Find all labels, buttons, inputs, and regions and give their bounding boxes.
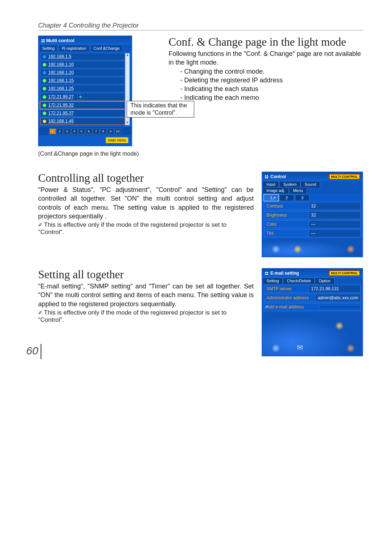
figure-caption: (Conf.&Change page in the light mode) bbox=[38, 151, 139, 157]
row-label: Brightness bbox=[264, 212, 309, 219]
glow-icon bbox=[335, 321, 344, 330]
section2-body: "Power & Status", "PC adjustment", "Cont… bbox=[38, 185, 254, 221]
tab-image-adj[interactable]: Image adj. bbox=[262, 187, 289, 193]
tab-bar: Setting Pj registration Conf.&Change bbox=[39, 45, 131, 52]
main-menu-button[interactable]: main menu bbox=[106, 137, 128, 143]
section1-item: - Indicating the each memo bbox=[180, 93, 363, 102]
note-icon: ✐ bbox=[38, 310, 42, 316]
table-row[interactable]: Contrast32 bbox=[264, 202, 361, 210]
window-title: Multi control bbox=[39, 36, 131, 45]
tab-setting[interactable]: Setting bbox=[39, 45, 58, 52]
page-number-divider bbox=[40, 344, 42, 359]
table-row[interactable]: Administrator addressadmin@abc.xxx.com bbox=[264, 294, 361, 302]
tab-setting[interactable]: Setting bbox=[262, 278, 283, 284]
list-item[interactable]: 192.168.1.5 bbox=[40, 53, 125, 60]
ip-text: 192.168.1.25 bbox=[48, 86, 74, 91]
pager-6[interactable]: 6 bbox=[86, 128, 92, 134]
section1-item: - Indicating the each status bbox=[180, 85, 363, 93]
multi-control-badge: MULTI CONTROL bbox=[329, 270, 360, 276]
pager: 1 2 3 4 5 6 7 8 9 10 bbox=[39, 127, 131, 135]
row-label: SMTP server bbox=[264, 285, 309, 292]
tab-menu[interactable]: Menu bbox=[289, 187, 307, 193]
tab-option[interactable]: Option bbox=[315, 278, 334, 284]
section-title-controlling: Controlling all together bbox=[38, 172, 254, 185]
pager-10[interactable]: 10 bbox=[115, 128, 121, 134]
status-dot bbox=[43, 112, 46, 115]
row-value: --- bbox=[309, 221, 360, 228]
glow-icon bbox=[346, 245, 355, 254]
subset-tab-1[interactable]: 1 bbox=[264, 194, 278, 201]
pager-3[interactable]: 3 bbox=[64, 128, 70, 134]
row-value: 32 bbox=[309, 212, 360, 219]
ip-text: 172.21.95.27 bbox=[48, 94, 74, 99]
glow-icon bbox=[346, 344, 355, 353]
section1-item: - Changing the control mode. bbox=[180, 67, 363, 76]
pager-5[interactable]: 5 bbox=[78, 128, 85, 134]
status-dot bbox=[43, 104, 46, 107]
row-label: Administrator address bbox=[264, 294, 315, 301]
row-value: 32 bbox=[309, 202, 360, 210]
scroll-up-button[interactable]: ▲ bbox=[125, 53, 130, 58]
tab-sound[interactable]: Sound bbox=[301, 181, 320, 187]
multi-control-window: Multi control Setting Pj registration Co… bbox=[38, 36, 132, 146]
list-item[interactable]: 192.168.1.15 bbox=[40, 77, 125, 84]
list-item-selected[interactable]: 172.21.95.32 bbox=[40, 102, 125, 109]
tab-check-delete[interactable]: Check/Delete bbox=[283, 278, 315, 284]
pager-2[interactable]: 2 bbox=[57, 128, 63, 134]
table-row[interactable]: Tint--- bbox=[264, 229, 361, 237]
list-item[interactable]: 192.168.1.20 bbox=[40, 69, 125, 76]
pager-4[interactable]: 4 bbox=[71, 128, 78, 134]
table-row[interactable]: Add e-mail address bbox=[264, 303, 361, 311]
list-item[interactable]: 192.168.1.10 bbox=[40, 61, 125, 68]
tab-pj-registration[interactable]: Pj registration bbox=[58, 45, 89, 52]
section2-note: ✐This is effective only if the mode of t… bbox=[38, 221, 254, 236]
row-label: Color bbox=[264, 221, 309, 228]
row-value: 172.21.96.131 bbox=[309, 285, 360, 292]
row-label: Tint bbox=[264, 230, 309, 237]
status-dot bbox=[43, 95, 46, 99]
list-item[interactable]: 192.168.1.45 bbox=[40, 118, 125, 125]
app-icon bbox=[265, 175, 268, 178]
table-row[interactable]: SMTP server172.21.96.131 bbox=[264, 285, 361, 293]
section3-body: "E-mail setting", "SNMP setting" and "Ti… bbox=[38, 282, 254, 308]
row-value bbox=[319, 306, 360, 308]
ip-text: 192.168.1.20 bbox=[48, 70, 74, 75]
ip-text: 172.21.95.37 bbox=[48, 111, 74, 116]
tab-input[interactable]: Input bbox=[262, 181, 279, 187]
ip-text: 192.168.1.5 bbox=[48, 54, 71, 59]
panel-title-text: Control bbox=[270, 174, 286, 179]
row-value: admin@abc.xxx.com bbox=[315, 294, 360, 301]
section-title-conf-change: Conf. & Change page in the light mode bbox=[169, 36, 363, 49]
pager-9[interactable]: 9 bbox=[107, 128, 114, 134]
glow-icon bbox=[271, 245, 280, 254]
tab-conf-change[interactable]: Conf.&Change bbox=[90, 45, 123, 52]
pager-7[interactable]: 7 bbox=[93, 128, 99, 134]
panel-footer: ✉ bbox=[262, 312, 362, 356]
list-item[interactable]: 192.168.1.25 bbox=[40, 85, 125, 92]
status-dot bbox=[43, 79, 46, 82]
list-item[interactable]: 172.21.95.37 bbox=[40, 110, 125, 117]
section1-body: Following functions in the "Conf. & Chan… bbox=[169, 49, 363, 67]
pager-8[interactable]: 8 bbox=[100, 128, 107, 134]
page-number-text: 60 bbox=[26, 345, 38, 357]
ip-text: 192.168.1.10 bbox=[48, 62, 74, 67]
row-label: Add e-mail address bbox=[264, 303, 319, 311]
row-label: Contrast bbox=[264, 202, 309, 210]
list-item[interactable]: 172.21.95.27✥ bbox=[40, 93, 125, 101]
multi-control-badge: MULTI CONTROL bbox=[329, 174, 360, 180]
subset-tab-2[interactable]: 2 bbox=[279, 194, 294, 201]
row-value: --- bbox=[309, 230, 360, 237]
glow-icon bbox=[293, 245, 302, 254]
panel-footer bbox=[262, 238, 362, 257]
section-title-setting: Setting all together bbox=[38, 268, 254, 281]
section1-item: - Deleting the registered IP address bbox=[180, 76, 363, 85]
subset-tab-3[interactable]: 3 bbox=[295, 194, 310, 201]
status-dot bbox=[43, 87, 46, 90]
table-row[interactable]: Color--- bbox=[264, 220, 361, 228]
section3-note: ✐This is effective only if the mode of t… bbox=[38, 309, 254, 324]
status-dot bbox=[43, 55, 46, 58]
pager-1[interactable]: 1 bbox=[49, 128, 56, 134]
tab-system[interactable]: System bbox=[279, 181, 301, 187]
status-dot bbox=[43, 71, 46, 74]
table-row[interactable]: Brightness32 bbox=[264, 211, 361, 219]
